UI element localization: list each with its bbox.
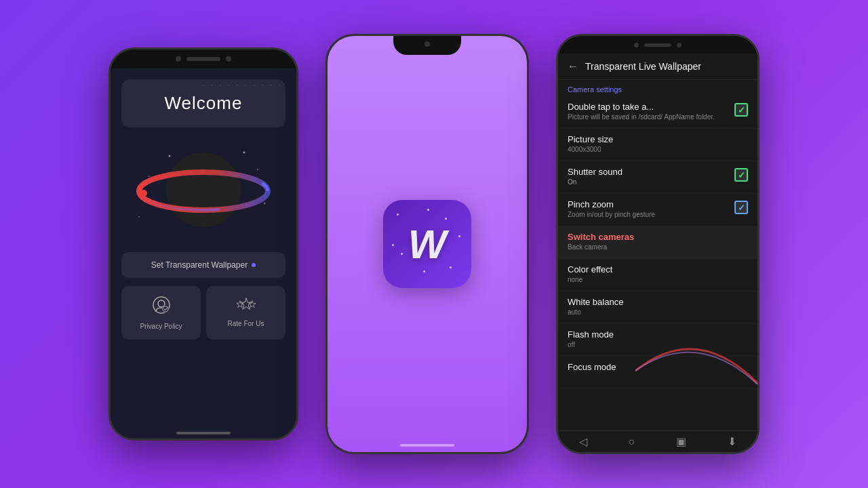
dot-indicator: [252, 263, 256, 267]
settings-item-shutter-sound-text: Shutter sound On: [568, 167, 734, 186]
right-phone-screen: ← Transparent Live Wallpaper Camera sett…: [558, 54, 757, 452]
settings-item-white-balance-sub: auto: [568, 308, 741, 316]
settings-item-double-tap-sub: Picture will be saved in /sdcard/ AppNam…: [568, 113, 728, 121]
settings-header: ← Transparent Live Wallpaper: [558, 54, 757, 80]
settings-item-picture-size-title: Picture size: [568, 134, 741, 144]
svg-point-5: [243, 152, 245, 154]
settings-item-flash-mode-title: Flash mode: [568, 329, 741, 340]
settings-item-flash-mode-sub: off: [568, 341, 741, 348]
middle-notch-dot: [425, 41, 430, 47]
settings-item-switch-cameras-title: Switch cameras: [568, 232, 741, 242]
svg-point-11: [158, 300, 165, 307]
svg-point-4: [169, 155, 171, 157]
left-notch-dot2: [226, 56, 231, 62]
settings-item-double-tap-text: Double tap to take a... Picture will be …: [568, 102, 734, 121]
svg-point-3: [140, 190, 147, 197]
right-notch-speaker: [644, 43, 671, 47]
nav-down-icon[interactable]: ⬇: [728, 435, 736, 448]
privacy-policy-icon: [152, 296, 171, 319]
right-phone-nav-bar: ◁ ○ ▣ ⬇: [558, 430, 757, 452]
settings-item-switch-cameras-text: Switch cameras Back camera: [568, 232, 748, 251]
settings-item-double-tap-title: Double tap to take a...: [568, 102, 728, 112]
rate-for-us-icon: [235, 296, 257, 316]
back-arrow-icon[interactable]: ←: [568, 60, 578, 73]
settings-item-white-balance-text: White balance auto: [568, 297, 748, 316]
app-icon-letter: W: [408, 221, 447, 268]
privacy-policy-button[interactable]: Privacy Policy: [121, 286, 201, 340]
settings-title: Transparent Live Wallpaper: [585, 61, 701, 72]
camera-settings-section: Camera settings: [558, 80, 757, 96]
middle-phone-screen: W: [328, 36, 527, 452]
nav-recent-icon[interactable]: ▣: [676, 435, 686, 448]
pinch-zoom-checkbox[interactable]: [734, 201, 748, 214]
settings-item-flash-mode-text: Flash mode off: [568, 329, 748, 348]
svg-marker-15: [236, 301, 243, 308]
settings-item-pinch-zoom-text: Pinch zoom Zoom in/out by pinch gesture: [568, 199, 734, 218]
double-tap-checkbox[interactable]: [734, 103, 748, 117]
settings-item-shutter-sound-sub: On: [568, 178, 728, 186]
left-phone: Welcome: [108, 47, 298, 441]
settings-list: Double tap to take a... Picture will be …: [558, 96, 757, 430]
right-phone: ← Transparent Live Wallpaper Camera sett…: [556, 34, 760, 454]
svg-point-8: [264, 203, 266, 205]
settings-item-switch-cameras-sub: Back camera: [568, 243, 741, 251]
settings-item-flash-mode[interactable]: Flash mode off: [558, 324, 757, 357]
left-notch-dot: [176, 56, 181, 62]
settings-item-color-effect-sub: none: [568, 276, 741, 283]
settings-item-focus-mode[interactable]: Focus mode: [558, 357, 757, 389]
settings-item-picture-size[interactable]: Picture size 4000x3000: [558, 129, 757, 161]
settings-item-shutter-sound[interactable]: Shutter sound On: [558, 161, 757, 194]
svg-point-7: [149, 176, 150, 177]
rate-for-us-label: Rate For Us: [228, 320, 264, 327]
settings-item-picture-size-text: Picture size 4000x3000: [568, 134, 748, 153]
settings-item-pinch-zoom-title: Pinch zoom: [568, 199, 728, 209]
right-notch-dot: [634, 43, 639, 47]
nav-home-icon[interactable]: ○: [629, 436, 635, 448]
svg-point-0: [166, 152, 241, 227]
settings-item-pinch-zoom[interactable]: Pinch zoom Zoom in/out by pinch gesture: [558, 194, 757, 226]
left-home-bar: [176, 432, 231, 434]
svg-point-9: [138, 216, 140, 218]
planet-svg: [129, 142, 278, 237]
middle-home-bar: [400, 444, 454, 447]
privacy-policy-label: Privacy Policy: [140, 323, 182, 330]
settings-item-switch-cameras[interactable]: Switch cameras Back camera: [558, 226, 757, 259]
right-notch-dot2: [677, 43, 682, 47]
middle-phone: W: [326, 34, 529, 454]
planet-area: [121, 136, 285, 244]
settings-item-color-effect[interactable]: Color effect none: [558, 259, 757, 291]
settings-item-focus-mode-text: Focus mode: [568, 362, 748, 373]
settings-item-color-effect-title: Color effect: [568, 264, 741, 274]
app-icon: W: [383, 200, 471, 288]
settings-item-pinch-zoom-sub: Zoom in/out by pinch gesture: [568, 211, 728, 218]
left-notch-speaker: [186, 57, 220, 61]
settings-item-white-balance-title: White balance: [568, 297, 741, 307]
settings-item-white-balance[interactable]: White balance auto: [558, 291, 757, 324]
set-wallpaper-button[interactable]: Set Transparent Wallpaper: [121, 252, 285, 278]
set-wallpaper-label: Set Transparent Wallpaper: [151, 260, 248, 270]
rate-for-us-button[interactable]: Rate For Us: [206, 286, 285, 340]
settings-item-focus-mode-title: Focus mode: [568, 362, 741, 372]
left-phone-notch: [111, 49, 296, 68]
left-phone-screen: Welcome: [111, 68, 296, 439]
settings-item-picture-size-sub: 4000x3000: [568, 146, 741, 153]
settings-item-color-effect-text: Color effect none: [568, 264, 748, 283]
welcome-title: Welcome: [165, 93, 243, 113]
svg-point-6: [257, 169, 258, 170]
shutter-sound-checkbox[interactable]: [734, 168, 748, 182]
settings-item-shutter-sound-title: Shutter sound: [568, 167, 728, 177]
settings-item-double-tap[interactable]: Double tap to take a... Picture will be …: [558, 96, 757, 129]
bottom-buttons: Privacy Policy Rate For Us: [121, 286, 285, 340]
welcome-box: Welcome: [121, 79, 285, 127]
right-phone-notch: [558, 36, 757, 54]
nav-back-icon[interactable]: ◁: [579, 435, 587, 448]
svg-marker-16: [248, 301, 255, 308]
